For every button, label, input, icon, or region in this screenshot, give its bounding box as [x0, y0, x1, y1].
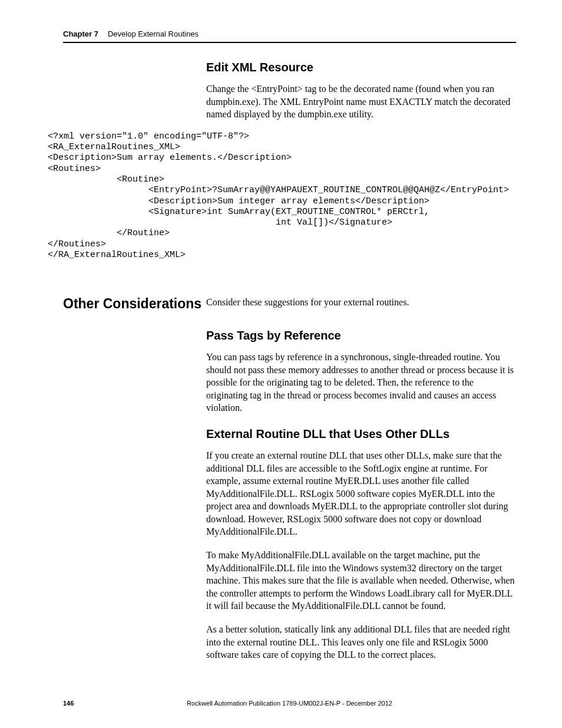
paragraph: To make MyAdditionalFile.DLL available o…: [206, 549, 516, 612]
paragraph: Change the <EntryPoint> tag to be the de…: [206, 83, 516, 121]
section-edit-xml: Edit XML Resource Change the <EntryPoint…: [206, 61, 516, 121]
side-heading-column: Other Considerations: [63, 296, 206, 671]
heading-edit-xml-resource: Edit XML Resource: [206, 61, 516, 74]
paragraph: You can pass tags by reference in a sync…: [206, 351, 516, 414]
body-column: Consider these suggestions for your exte…: [206, 296, 516, 671]
page-header: Chapter 7 Develop External Routines: [63, 29, 516, 43]
heading-external-routine-dll: External Routine DLL that Uses Other DLL…: [206, 427, 516, 441]
chapter-title: Develop External Routines: [108, 29, 199, 38]
heading-other-considerations: Other Considerations: [63, 296, 206, 312]
paragraph: If you create an external routine DLL th…: [206, 449, 516, 538]
paragraph: Consider these suggestions for your exte…: [206, 296, 516, 309]
publication-info: Rockwell Automation Publication 1789-UM0…: [63, 700, 516, 707]
heading-pass-tags-by-reference: Pass Tags by Reference: [206, 329, 516, 342]
page-footer: 146 Rockwell Automation Publication 1789…: [63, 700, 516, 707]
page: Chapter 7 Develop External Routines Edit…: [0, 0, 562, 728]
section-other-considerations: Other Considerations Consider these sugg…: [63, 296, 516, 671]
chapter-label: Chapter 7: [63, 29, 98, 38]
paragraph: As a better solution, statically link an…: [206, 623, 516, 661]
code-block-xml: <?xml version="1.0" encoding="UTF-8"?> <…: [48, 131, 516, 261]
